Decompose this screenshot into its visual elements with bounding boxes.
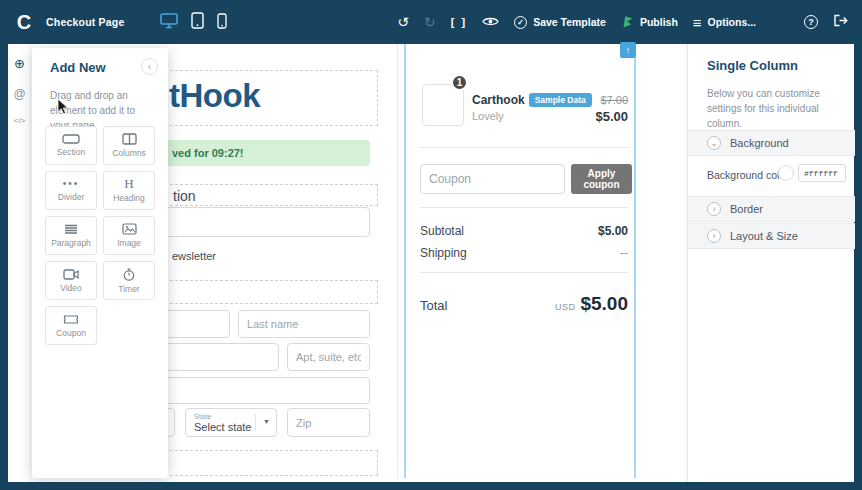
total-amount-row: USD $5.00 bbox=[555, 293, 628, 315]
code-icon[interactable]: </> bbox=[8, 116, 31, 125]
coupon-field[interactable] bbox=[420, 164, 565, 194]
settings-title: Single Column bbox=[707, 58, 798, 73]
zip-input[interactable] bbox=[287, 408, 370, 437]
currency-code: USD bbox=[555, 302, 576, 312]
compare-price: $7.00 bbox=[600, 94, 628, 106]
tile-label: Divider bbox=[58, 192, 84, 202]
tile-section[interactable]: Section bbox=[45, 126, 97, 165]
form-column-border bbox=[397, 44, 398, 478]
border-accordion-label: Border bbox=[730, 203, 763, 215]
tile-columns[interactable]: Columns bbox=[103, 126, 155, 165]
state-caret-icon: ▼ bbox=[263, 418, 270, 425]
contact-heading-text: tion bbox=[173, 188, 196, 204]
settings-description: Below you can customize settings for thi… bbox=[707, 86, 837, 131]
tablet-preview-icon[interactable] bbox=[191, 12, 204, 33]
newsletter-label[interactable]: ewsletter bbox=[172, 250, 216, 262]
options-menu-icon: ≡ bbox=[693, 14, 702, 31]
select-parent-button[interactable]: ↑ bbox=[620, 42, 636, 58]
add-new-title: Add New bbox=[50, 60, 106, 75]
total-label: Total bbox=[420, 298, 447, 313]
coupon-input[interactable] bbox=[420, 164, 565, 194]
mention-icon[interactable]: @ bbox=[8, 87, 31, 101]
border-accordion[interactable]: › Border bbox=[688, 196, 855, 222]
tile-label: Video bbox=[60, 283, 82, 293]
top-navbar: C Checkout Page ↺ ↻ [ ] ✓ Save Template bbox=[0, 0, 862, 44]
tile-label: Image bbox=[117, 238, 141, 248]
tile-label: Heading bbox=[113, 193, 145, 203]
navbar-actions: ↺ ↻ [ ] ✓ Save Template Publish ≡ Option… bbox=[397, 12, 848, 32]
quantity-badge: 1 bbox=[451, 74, 468, 91]
options-button[interactable]: ≡ Options... bbox=[693, 14, 756, 31]
state-select-value: Select state bbox=[194, 421, 268, 433]
last-name-input[interactable] bbox=[238, 310, 370, 338]
divider-icon: ••• bbox=[63, 179, 80, 189]
publish-flag-icon bbox=[621, 15, 634, 30]
apt-input[interactable] bbox=[287, 343, 370, 371]
background-accordion[interactable]: ⌄ Background bbox=[688, 130, 855, 156]
state-select-divider bbox=[255, 414, 256, 431]
tile-heading[interactable]: H Heading bbox=[103, 171, 155, 210]
selected-column-left-border bbox=[404, 44, 406, 478]
options-label: Options... bbox=[708, 16, 756, 28]
help-icon[interactable]: ? bbox=[804, 15, 818, 29]
image-icon bbox=[122, 223, 137, 235]
background-color-label: Background color bbox=[707, 169, 789, 181]
background-color-swatch[interactable] bbox=[778, 165, 794, 181]
shipping-label: Shipping bbox=[420, 246, 467, 260]
sample-data-badge: Sample Data bbox=[529, 93, 592, 107]
summary-divider-1 bbox=[420, 147, 628, 148]
mobile-preview-icon[interactable] bbox=[217, 13, 227, 33]
chevron-right-icon: › bbox=[707, 202, 721, 216]
sale-price: $5.00 bbox=[595, 109, 628, 124]
state-select[interactable]: State Select state ▼ bbox=[185, 408, 277, 437]
chevron-right-icon: › bbox=[707, 229, 721, 243]
desktop-preview-icon[interactable] bbox=[160, 13, 178, 33]
zip-field[interactable] bbox=[287, 408, 370, 437]
state-select-label: State bbox=[194, 412, 268, 421]
undo-icon[interactable]: ↺ bbox=[397, 12, 409, 32]
background-color-input[interactable] bbox=[798, 164, 846, 182]
tile-label: Timer bbox=[118, 284, 139, 294]
tile-divider[interactable]: ••• Divider bbox=[45, 171, 97, 210]
navbar-left: C Checkout Page bbox=[12, 10, 124, 34]
summary-divider-3 bbox=[420, 272, 628, 273]
page-title: Checkout Page bbox=[46, 16, 124, 28]
layout-size-accordion-label: Layout & Size bbox=[730, 230, 798, 242]
add-new-panel: Add New ‹ Drag and drop an element to ad… bbox=[32, 48, 168, 478]
save-check-icon: ✓ bbox=[514, 16, 527, 29]
element-tile-grid: Section Columns ••• Divider H Heading Pa… bbox=[45, 126, 155, 345]
tile-paragraph[interactable]: Paragraph bbox=[45, 216, 97, 255]
publish-button[interactable]: Publish bbox=[621, 15, 678, 30]
store-heading-text: tHook bbox=[169, 77, 260, 115]
paragraph-icon bbox=[64, 224, 78, 235]
app-window: C Checkout Page ↺ ↻ [ ] ✓ Save Template bbox=[0, 0, 862, 490]
layout-size-accordion[interactable]: › Layout & Size bbox=[688, 223, 855, 249]
subtotal-value: $5.00 bbox=[598, 224, 628, 238]
columns-icon bbox=[122, 133, 137, 145]
redo-icon: ↻ bbox=[424, 12, 436, 32]
apply-coupon[interactable]: Apply coupon bbox=[571, 164, 632, 194]
save-template-button[interactable]: ✓ Save Template bbox=[514, 16, 606, 29]
apply-coupon-button[interactable]: Apply coupon bbox=[571, 164, 632, 194]
tile-coupon[interactable]: Coupon bbox=[45, 306, 97, 345]
tile-label: Section bbox=[57, 147, 85, 157]
tile-label: Columns bbox=[112, 148, 146, 158]
tile-image[interactable]: Image bbox=[103, 216, 155, 255]
add-element-icon[interactable]: ⊕ bbox=[8, 56, 31, 71]
settings-panel: Single Column Below you can customize se… bbox=[687, 44, 854, 482]
chevron-down-icon: ⌄ bbox=[707, 136, 721, 150]
apt-field[interactable] bbox=[287, 343, 370, 371]
tile-video[interactable]: Video bbox=[45, 261, 97, 300]
tile-timer[interactable]: Timer bbox=[103, 261, 155, 300]
preview-eye-icon[interactable] bbox=[482, 12, 499, 32]
subtotal-label: Subtotal bbox=[420, 224, 464, 238]
total-value: $5.00 bbox=[580, 293, 628, 315]
product-title-row: Carthook Sample Data bbox=[472, 93, 592, 107]
fullscreen-icon[interactable]: [ ] bbox=[451, 12, 467, 32]
collapse-panel-button[interactable]: ‹ bbox=[141, 58, 158, 75]
last-name-field[interactable] bbox=[238, 310, 370, 338]
video-icon bbox=[63, 269, 79, 280]
exit-icon[interactable] bbox=[833, 13, 848, 31]
carthook-logo: C bbox=[12, 10, 36, 34]
shipping-value: -- bbox=[620, 246, 628, 260]
